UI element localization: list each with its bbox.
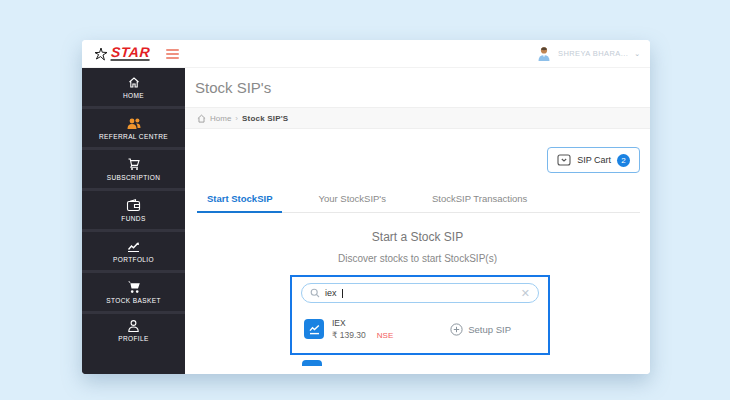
sidebar-item-profile[interactable]: PROFILE [82,314,185,374]
stock-result-row: IEX ₹ 139.30 NSE Setup SIP [301,318,539,340]
brand-logo-text: STAR [110,46,150,61]
breadcrumb-home-icon [197,114,206,123]
tab-stocksip-transactions[interactable]: StockSIP Transactions [422,189,537,213]
breadcrumb-current: Stock SIP'S [242,114,288,123]
star-logo-icon [94,46,109,62]
sip-cart-count-badge: 2 [617,154,630,167]
user-menu[interactable]: SHREYA BHARA... ⌄ [536,45,640,62]
topbar: STAR SHREYA BHARA... ⌄ [82,40,650,68]
stock-exchange-badge: NSE [377,331,393,340]
cart-filled-icon [127,281,141,294]
page-title: Stock SIP's [185,68,650,107]
stock-chart-icon [304,319,324,339]
breadcrumb-home-link[interactable]: Home [210,114,231,123]
home-icon [127,76,141,89]
breadcrumb-separator: › [235,114,238,123]
sidebar-item-subscription[interactable]: SUBSCRIPTION [82,150,185,188]
sip-cart-button[interactable]: SIP Cart 2 [547,147,640,173]
section-heading: Start a Stock SIP [185,230,650,244]
tab-your-stocksips[interactable]: Your StockSIP's [308,189,395,213]
app-window: STAR SHREYA BHARA... ⌄ HOME [82,40,650,374]
clear-search-icon[interactable]: ✕ [521,288,530,299]
setup-sip-button[interactable]: Setup SIP [450,323,511,336]
cart-outline-icon [127,158,141,171]
search-icon [310,288,320,298]
section-subheading: Discover stocks to start StockSIP(s) [185,253,650,264]
main-content: Stock SIP's Home › Stock SIP'S SIP Cart … [185,68,650,374]
user-name: SHREYA BHARA... [558,49,628,58]
search-highlight-box: iex ✕ IEX ₹ 139.30 NSE [290,275,550,355]
menu-icon[interactable] [166,49,179,59]
people-icon [126,117,142,130]
sidebar-item-home[interactable]: HOME [82,68,185,106]
sidebar-item-stock-basket[interactable]: STOCK BASKET [82,273,185,311]
sip-cart-icon [557,154,571,166]
brand-logo[interactable]: STAR [94,46,150,62]
sidebar-item-portfolio[interactable]: PORTFOLIO [82,232,185,270]
stock-symbol: IEX [332,318,393,328]
stock-search-input[interactable]: iex ✕ [301,283,539,303]
text-caret [342,289,343,298]
person-icon [127,319,140,332]
wallet-icon [126,199,141,212]
search-input-value: iex [325,288,337,298]
setup-sip-label: Setup SIP [468,324,511,335]
chevron-down-icon: ⌄ [634,50,640,58]
avatar [536,45,552,62]
sidebar-item-referral-centre[interactable]: REFERRAL CENTRE [82,109,185,147]
tab-bar: Start StockSIP Your StockSIP's StockSIP … [197,189,640,213]
stock-price: ₹ 139.30 [332,330,366,340]
sip-cart-label: SIP Cart [577,155,611,165]
plus-circle-icon [450,323,463,336]
next-result-partial-icon [302,360,322,366]
chart-icon [126,240,141,253]
sidebar: HOME REFERRAL CENTRE SUBSCRIPTION [82,68,185,374]
breadcrumb: Home › Stock SIP'S [185,107,650,129]
sidebar-item-funds[interactable]: FUNDS [82,191,185,229]
tab-start-stocksip[interactable]: Start StockSIP [197,189,282,213]
